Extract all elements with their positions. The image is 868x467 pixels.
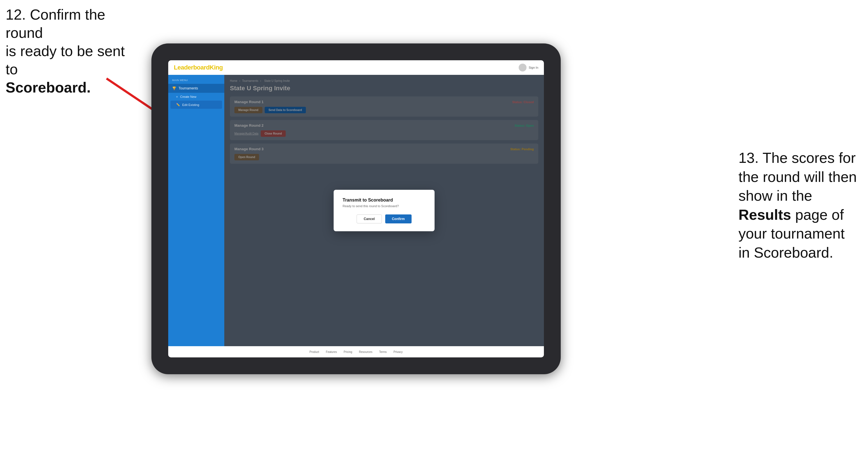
logo-accent: King	[210, 64, 223, 71]
footer-pricing[interactable]: Pricing	[344, 350, 352, 353]
annotation-right-line3: show in the	[739, 188, 812, 204]
annotation-right-line5: your tournament	[739, 225, 845, 242]
nav-right: Sign In	[519, 64, 538, 71]
plus-icon: +	[176, 95, 178, 98]
annotation-right-line2: the round will then	[739, 169, 857, 185]
trophy-icon: 🏆	[172, 86, 176, 90]
sidebar-item-tournaments[interactable]: 🏆 Tournaments	[168, 84, 224, 93]
tablet-screen: LeaderboardKing Sign In MAIN MENU 🏆 Tour…	[168, 60, 544, 357]
sidebar-menu-label: MAIN MENU	[168, 79, 224, 84]
footer: Product Features Pricing Resources Terms…	[168, 346, 544, 357]
transmit-modal: Transmit to Scoreboard Ready to send thi…	[334, 190, 435, 231]
footer-resources[interactable]: Resources	[359, 350, 372, 353]
sidebar-edit-label: Edit Existing	[182, 103, 199, 106]
logo: LeaderboardKing	[174, 64, 223, 71]
sidebar-sub-edit-existing[interactable]: ✏️ Edit Existing	[170, 101, 222, 109]
tablet-device: LeaderboardKing Sign In MAIN MENU 🏆 Tour…	[151, 43, 561, 374]
footer-privacy[interactable]: Privacy	[393, 350, 403, 353]
logo-text: LeaderboardKing	[174, 64, 223, 71]
content-area: Home › Tournaments › State U Spring Invi…	[224, 75, 544, 346]
annotation-right-line1: 13. The scores for	[739, 150, 856, 166]
annotation-right-line6: in Scoreboard.	[739, 244, 833, 261]
annotation-right: 13. The scores for the round will then s…	[739, 149, 857, 262]
footer-features[interactable]: Features	[326, 350, 337, 353]
annotation-line1: 12. Confirm the round	[6, 6, 105, 41]
annotation-right-bold: Results	[739, 207, 791, 223]
modal-overlay: Transmit to Scoreboard Ready to send thi…	[224, 75, 544, 346]
annotation-line3-bold: Scoreboard.	[6, 79, 91, 96]
modal-subtitle: Ready to send this round to Scoreboard?	[343, 204, 426, 208]
sidebar: MAIN MENU 🏆 Tournaments + Create New ✏️ …	[168, 75, 224, 346]
annotation-top: 12. Confirm the round is ready to be sen…	[6, 6, 140, 97]
sign-in-label[interactable]: Sign In	[529, 66, 538, 69]
modal-title: Transmit to Scoreboard	[343, 198, 426, 203]
modal-actions: Cancel Confirm	[343, 214, 426, 223]
footer-terms[interactable]: Terms	[379, 350, 386, 353]
sidebar-tournaments-label: Tournaments	[179, 86, 198, 90]
top-nav: LeaderboardKing Sign In	[168, 60, 544, 75]
sidebar-sub-create-new[interactable]: + Create New	[168, 93, 224, 101]
modal-cancel-button[interactable]: Cancel	[356, 214, 381, 223]
sidebar-create-label: Create New	[180, 95, 196, 98]
footer-product[interactable]: Product	[310, 350, 319, 353]
avatar	[519, 64, 527, 71]
main-area: MAIN MENU 🏆 Tournaments + Create New ✏️ …	[168, 75, 544, 346]
edit-icon: ✏️	[176, 103, 180, 106]
modal-confirm-button[interactable]: Confirm	[385, 214, 411, 223]
annotation-line2: is ready to be sent to	[6, 43, 125, 77]
annotation-right-rest: page of	[791, 207, 844, 223]
